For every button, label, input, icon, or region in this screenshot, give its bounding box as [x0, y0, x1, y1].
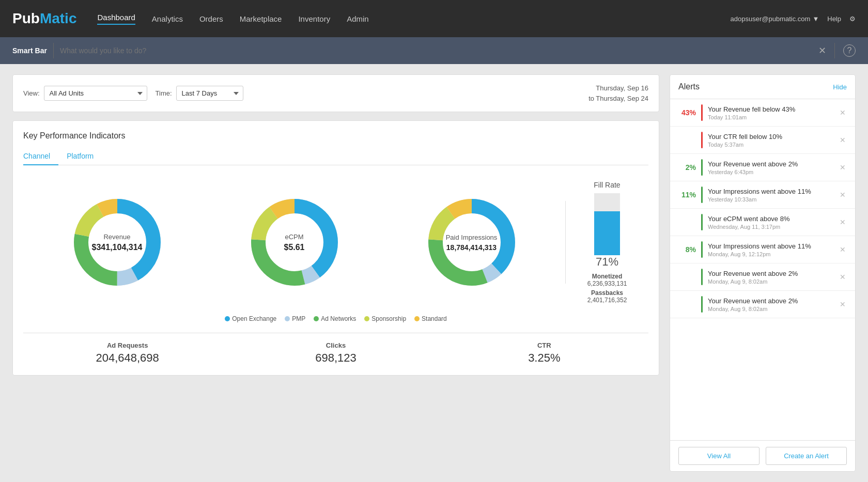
alert-text: Your Impressions went above 11% Yesterda… [708, 188, 832, 203]
alert-text: Your CTR fell below 10% Today 5:37am [708, 133, 832, 148]
ecpm-donut: eCPM $5.61 [243, 191, 346, 294]
alert-text: Your eCPM went above 8% Wednesday, Aug 1… [708, 215, 832, 230]
view-select[interactable]: All Ad Units [44, 86, 147, 101]
nav-dashboard[interactable]: Dashboard [97, 13, 135, 25]
help-link[interactable]: Help [827, 15, 841, 23]
legend-sponsorship: Sponsorship [364, 315, 406, 322]
alert-indicator [701, 104, 703, 121]
fill-rate-monetized: Monetized 6,236,933,131 [587, 273, 627, 287]
alert-indicator [701, 214, 703, 230]
main-content: View: All Ad Units Time: Last 7 Days Thu… [0, 64, 868, 482]
legend-pmp: PMP [285, 315, 305, 322]
alert-close-button[interactable]: ✕ [838, 190, 848, 200]
sponsorship-dot [364, 316, 369, 321]
alert-close-button[interactable]: ✕ [838, 299, 848, 309]
kpi-tabs: Channel Platform [23, 149, 648, 165]
fill-rate-bar [594, 211, 620, 255]
paid-impressions-label: Paid Impressions 18,784,414,313 [446, 234, 498, 252]
alert-badge: 43% [677, 108, 696, 117]
alerts-hide-button[interactable]: Hide [833, 83, 847, 91]
nav-orders[interactable]: Orders [199, 14, 223, 23]
alert-item: Your Revenue went above 2% Monday, Aug 9… [670, 263, 855, 291]
ctr-stat: CTR 3.25% [440, 341, 648, 365]
alert-badge: 11% [677, 191, 696, 199]
smart-bar-divider2 [834, 43, 835, 58]
ad-requests-stat: Ad Requests 204,648,698 [23, 341, 231, 365]
open-exchange-dot [225, 316, 230, 321]
view-filter-group: View: All Ad Units [23, 86, 147, 101]
alert-indicator [701, 269, 703, 285]
alert-close-button[interactable]: ✕ [838, 107, 848, 118]
fill-rate-chart: Fill Rate 71% Monetized 6,236,933,131 Pa… [571, 176, 643, 309]
alert-item: 2% Your Revenue went above 2% Yesterday … [670, 154, 855, 181]
alert-indicator [701, 241, 703, 258]
nav-inventory[interactable]: Inventory [298, 14, 330, 23]
legend-open-exchange: Open Exchange [225, 315, 276, 322]
close-icon[interactable]: ✕ [818, 45, 826, 56]
smart-bar-actions: ✕ ? [818, 43, 856, 58]
nav-analytics[interactable]: Analytics [152, 14, 183, 23]
fill-rate-percentage: 71% [596, 255, 618, 269]
logo-matic: Matic [40, 10, 77, 27]
kpi-card: Key Performance Indicators Channel Platf… [12, 120, 659, 376]
revenue-chart: Revenue $341,104,314 [28, 191, 206, 294]
user-email[interactable]: adopsuser@pubmatic.com ▼ [731, 15, 819, 23]
ad-networks-dot [314, 316, 319, 321]
alert-close-button[interactable]: ✕ [838, 272, 848, 282]
alert-text: Your Revenue went above 2% Monday, Aug 9… [708, 297, 832, 312]
paid-impressions-donut: Paid Impressions 18,784,414,313 [420, 191, 523, 294]
left-panel: View: All Ad Units Time: Last 7 Days Thu… [12, 74, 659, 472]
alert-item: Your Revenue went above 2% Monday, Aug 9… [670, 291, 855, 318]
alert-text: Your Revenue went above 2% Yesterday 6:4… [708, 160, 832, 175]
stats-row: Ad Requests 204,648,698 Clicks 698,123 C… [23, 333, 648, 365]
settings-icon[interactable]: ⚙ [849, 15, 856, 23]
nav-marketplace[interactable]: Marketplace [240, 14, 282, 23]
standard-dot [414, 316, 420, 321]
paid-impressions-chart: Paid Impressions 18,784,414,313 [383, 191, 560, 294]
alerts-panel: Alerts Hide 43% Your Revenue fell below … [670, 74, 856, 472]
legend-standard: Standard [414, 315, 447, 322]
alert-close-button[interactable]: ✕ [838, 135, 848, 145]
logo: PubMatic [12, 10, 76, 27]
smart-bar-input[interactable] [60, 46, 812, 55]
alert-indicator [701, 296, 703, 313]
clicks-stat: Clicks 698,123 [231, 341, 440, 365]
tab-channel[interactable]: Channel [23, 149, 58, 165]
alert-item: Your eCPM went above 8% Wednesday, Aug 1… [670, 209, 855, 236]
kpi-title: Key Performance Indicators [23, 131, 648, 141]
revenue-donut: Revenue $341,104,314 [66, 191, 169, 294]
alert-indicator [701, 159, 703, 176]
chart-legend: Open Exchange PMP Ad Networks Sponsorshi… [23, 315, 648, 322]
alerts-footer: View All Create an Alert [670, 440, 855, 471]
pmp-dot [285, 316, 290, 321]
help-icon[interactable]: ? [843, 44, 856, 57]
alert-item: 8% Your Impressions went above 11% Monda… [670, 236, 855, 263]
alert-badge: 2% [677, 163, 696, 172]
alert-badge: 8% [677, 245, 696, 254]
alert-item: 43% Your Revenue fell below 43% Today 11… [670, 99, 855, 127]
alert-text: Your Revenue fell below 43% Today 11:01a… [708, 105, 832, 120]
time-select[interactable]: Last 7 Days [176, 86, 243, 101]
ecpm-label: eCPM $5.61 [284, 233, 304, 252]
alert-item: Your CTR fell below 10% Today 5:37am ✕ [670, 127, 855, 154]
view-all-button[interactable]: View All [678, 447, 760, 465]
smart-bar: Smart Bar ✕ ? [0, 37, 868, 64]
alert-close-button[interactable]: ✕ [838, 244, 848, 255]
date-range: Thursday, Sep 16 to Thursday, Sep 24 [588, 83, 648, 103]
alert-indicator [701, 132, 703, 148]
nav-links: Dashboard Analytics Orders Marketplace I… [97, 13, 368, 25]
alerts-header: Alerts Hide [670, 75, 855, 99]
alert-close-button[interactable]: ✕ [838, 162, 848, 173]
nav-left: PubMatic Dashboard Analytics Orders Mark… [12, 10, 369, 27]
fill-rate-bar-bg [594, 193, 620, 255]
nav-right: adopsuser@pubmatic.com ▼ Help ⚙ [731, 15, 856, 23]
fill-rate-title: Fill Rate [594, 181, 620, 189]
view-label: View: [23, 89, 40, 97]
revenue-label: Revenue $341,104,314 [92, 233, 143, 252]
tab-platform[interactable]: Platform [67, 149, 102, 165]
create-alert-button[interactable]: Create an Alert [766, 447, 847, 465]
nav-admin[interactable]: Admin [347, 14, 369, 23]
time-label: Time: [156, 89, 172, 97]
alert-close-button[interactable]: ✕ [838, 217, 848, 227]
alert-text: Your Impressions went above 11% Monday, … [708, 242, 832, 257]
